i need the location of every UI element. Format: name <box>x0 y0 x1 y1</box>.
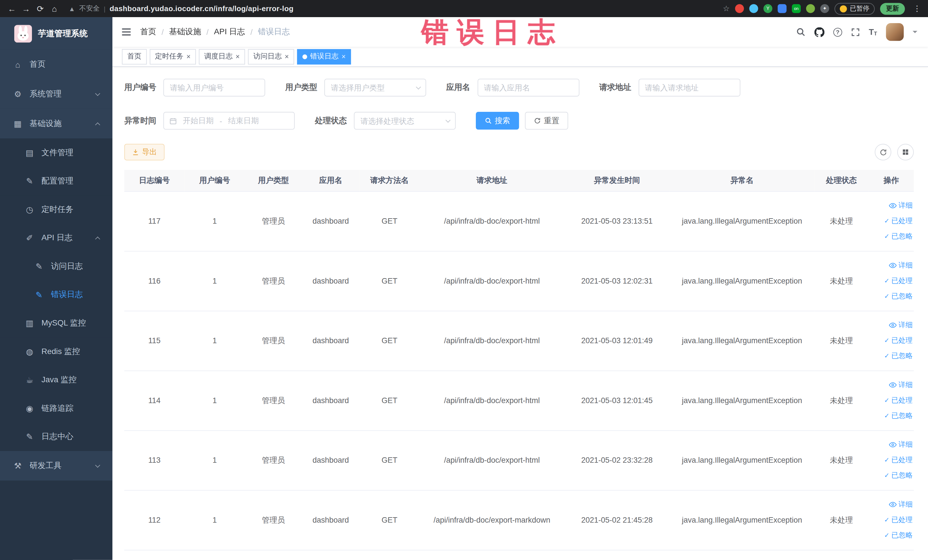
sidebar-logo[interactable]: 芋道管理系统 <box>0 17 112 50</box>
processed-link[interactable]: ✓已处理 <box>871 214 913 229</box>
hamburger-icon[interactable] <box>122 29 131 36</box>
user-type-select[interactable] <box>324 79 426 96</box>
detail-link[interactable]: 详细 <box>871 437 913 452</box>
reset-button[interactable]: 重置 <box>525 112 568 130</box>
sidebar: 芋道管理系统 ⌂ 首页 ⚙ 系统管理 ▦ 基础设施 ▤ 文件管理 ✎ <box>0 17 112 560</box>
sidebar-item-infrastructure[interactable]: ▦ 基础设施 <box>0 109 112 139</box>
redis-icon: ◍ <box>24 347 35 356</box>
start-date-placeholder: 开始日期 <box>183 116 214 126</box>
check-icon: ✓ <box>884 456 890 464</box>
extension-icon-grid[interactable] <box>778 4 786 13</box>
col-status: 处理状态 <box>815 170 868 191</box>
ignored-link[interactable]: ✓已忽略 <box>871 528 913 543</box>
request-url-input[interactable] <box>638 79 740 96</box>
sidebar-item-home[interactable]: ⌂ 首页 <box>0 50 112 79</box>
edit-icon: ✎ <box>33 290 45 299</box>
sidebar-item-error-log[interactable]: ✎ 错误日志 <box>0 281 112 309</box>
address-bar[interactable]: ▲ 不安全 | dashboard.yudao.iocoder.cn/infra… <box>62 4 723 13</box>
close-icon[interactable]: × <box>285 53 289 60</box>
tag-schedule-log[interactable]: 调度日志 × <box>199 49 245 64</box>
extension-icon-leaf[interactable] <box>806 4 815 13</box>
sidebar-item-scheduled-tasks[interactable]: ◷ 定时任务 <box>0 195 112 224</box>
sidebar-item-api-logs[interactable]: ✐ API 日志 <box>0 224 112 252</box>
tag-access-log[interactable]: 访问日志 × <box>248 49 294 64</box>
sidebar-item-file-management[interactable]: ▤ 文件管理 <box>0 138 112 167</box>
ignored-link[interactable]: ✓已忽略 <box>871 229 913 244</box>
date-range-picker[interactable]: 开始日期 - 结束日期 <box>163 112 295 130</box>
processed-link[interactable]: ✓已处理 <box>871 512 913 528</box>
breadcrumb-separator: / <box>250 27 253 36</box>
edit-icon: ✎ <box>33 262 45 271</box>
cell-user-type: 管理员 <box>245 311 302 371</box>
back-icon[interactable]: ← <box>5 2 19 16</box>
breadcrumb-home[interactable]: 首页 <box>140 26 156 37</box>
refresh-button[interactable] <box>875 144 891 160</box>
sidebar-item-redis-monitor[interactable]: ◍ Redis 监控 <box>0 337 112 366</box>
eye-icon <box>889 322 897 329</box>
exception-time-label: 异常时间 <box>124 116 156 126</box>
process-status-select[interactable] <box>354 112 456 130</box>
close-icon[interactable]: × <box>186 53 191 60</box>
paused-badge[interactable]: 已暂停 <box>835 3 875 14</box>
ignored-link[interactable]: ✓已忽略 <box>871 468 913 483</box>
tag-error-log[interactable]: 错误日志 × <box>297 49 351 64</box>
cell-user-id: 1 <box>185 191 245 251</box>
cell-app-name: dashboard <box>302 311 359 371</box>
close-icon[interactable]: × <box>342 53 346 60</box>
reload-icon[interactable]: ⟳ <box>33 2 47 16</box>
fullscreen-icon[interactable] <box>851 27 860 36</box>
sidebar-item-tracing[interactable]: ◉ 链路追踪 <box>0 394 112 423</box>
java-icon: ☕ <box>24 375 35 385</box>
processed-link[interactable]: ✓已处理 <box>871 333 913 348</box>
font-size-icon[interactable]: TT <box>868 27 877 37</box>
app-name-input[interactable] <box>477 79 579 96</box>
ignored-link[interactable]: ✓已忽略 <box>871 408 913 423</box>
sidebar-item-access-log[interactable]: ✎ 访问日志 <box>0 252 112 281</box>
detail-link[interactable]: 详细 <box>871 198 913 214</box>
search-button[interactable]: 搜索 <box>476 112 519 130</box>
check-icon: ✓ <box>884 337 890 344</box>
extension-icon-on[interactable]: on <box>792 4 801 13</box>
column-settings-button[interactable] <box>897 144 914 160</box>
cell-time: 2021-05-03 23:13:51 <box>564 191 670 251</box>
breadcrumb-api-logs[interactable]: API 日志 <box>214 26 245 37</box>
ignored-link[interactable]: ✓已忽略 <box>871 348 913 364</box>
search-icon[interactable] <box>796 27 805 37</box>
home-icon[interactable]: ⌂ <box>47 2 62 16</box>
extension-icon-blue-drop[interactable] <box>749 4 758 13</box>
eye-icon <box>889 441 897 449</box>
export-button[interactable]: 导出 <box>124 144 165 160</box>
processed-link[interactable]: ✓已处理 <box>871 392 913 408</box>
caret-down-icon[interactable] <box>913 31 917 36</box>
sidebar-item-mysql-monitor[interactable]: ▥ MySQL 监控 <box>0 309 112 337</box>
cell-app-name: dashboard <box>302 191 359 251</box>
forward-icon[interactable]: → <box>19 2 33 16</box>
detail-link[interactable]: 详细 <box>871 258 913 273</box>
tag-scheduled-tasks[interactable]: 定时任务 × <box>150 49 196 64</box>
sidebar-item-system[interactable]: ⚙ 系统管理 <box>0 79 112 109</box>
extension-icon-pinwheel[interactable]: ✦ <box>820 4 829 13</box>
sidebar-item-log-center[interactable]: ✎ 日志中心 <box>0 423 112 451</box>
user-id-input[interactable] <box>163 79 265 96</box>
github-icon[interactable] <box>815 27 824 37</box>
sidebar-item-config-management[interactable]: ✎ 配置管理 <box>0 167 112 195</box>
processed-link[interactable]: ✓已处理 <box>871 452 913 468</box>
ignored-link[interactable]: ✓已忽略 <box>871 288 913 304</box>
detail-link[interactable]: 详细 <box>871 497 913 512</box>
extension-icon-green-y[interactable]: Y <box>763 4 772 13</box>
breadcrumb-infrastructure[interactable]: 基础设施 <box>169 26 201 37</box>
close-icon[interactable]: × <box>236 53 240 60</box>
update-button[interactable]: 更新 <box>880 3 905 14</box>
processed-link[interactable]: ✓已处理 <box>871 273 913 288</box>
tag-home[interactable]: 首页 <box>122 49 147 64</box>
download-icon <box>132 149 139 156</box>
avatar[interactable] <box>886 23 904 41</box>
browser-menu-icon[interactable]: ⋮ <box>913 4 921 13</box>
detail-link[interactable]: 详细 <box>871 317 913 333</box>
sidebar-item-java-monitor[interactable]: ☕ Java 监控 <box>0 366 112 394</box>
sidebar-item-dev-tools[interactable]: ⚒ 研发工具 <box>0 451 112 481</box>
bookmark-star-icon[interactable]: ☆ <box>723 4 730 13</box>
help-icon[interactable]: ? <box>833 27 842 36</box>
detail-link[interactable]: 详细 <box>871 377 913 393</box>
extension-icon-red[interactable] <box>735 4 744 13</box>
